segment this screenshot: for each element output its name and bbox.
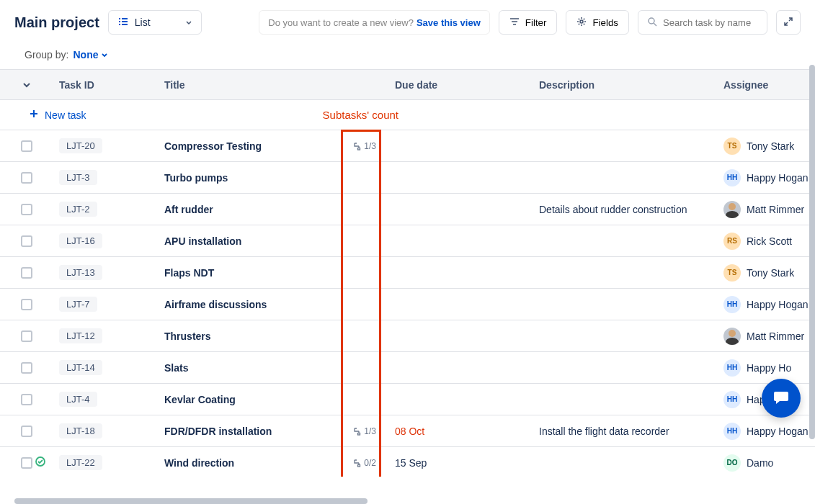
chevron-down-icon <box>101 51 108 58</box>
assignee: Matt Rimmer <box>723 201 815 218</box>
assignee: Matt Rimmer <box>723 328 815 345</box>
task-title[interactable]: Aft rudder <box>164 204 213 215</box>
task-id-badge[interactable]: LJT-22 <box>59 455 102 470</box>
svg-line-11 <box>654 23 656 26</box>
new-task-label: New task <box>45 109 86 121</box>
col-header-id[interactable]: Task ID <box>53 79 154 91</box>
assignee: HHHappy Hogan <box>723 423 815 440</box>
assignee-name: Tony Stark <box>747 267 794 279</box>
due-date: 08 Oct <box>395 426 424 437</box>
assignee: DODamo <box>723 454 815 472</box>
due-date: 15 Sep <box>395 457 427 469</box>
row-checkbox[interactable] <box>21 426 32 437</box>
assignee: HHHappy Ho <box>723 359 815 377</box>
filter-button[interactable]: Filter <box>499 10 558 35</box>
description-text: Details about rudder construction <box>539 204 687 215</box>
table-row[interactable]: LJT-16APU installationRSRick Scott <box>0 225 815 257</box>
table-row[interactable]: LJT-7Airframe discussionsHHHappy Hogan <box>0 289 815 320</box>
avatar: HH <box>723 391 741 408</box>
row-checkbox[interactable] <box>21 267 32 279</box>
row-checkbox[interactable] <box>21 362 32 374</box>
table-row[interactable]: LJT-18FDR/DFDR installation1/308 OctInst… <box>0 415 815 447</box>
task-id-badge[interactable]: LJT-20 <box>59 138 102 153</box>
search-icon <box>647 17 657 29</box>
col-header-title[interactable]: Title <box>154 79 385 91</box>
task-title[interactable]: FDR/DFDR installation <box>164 426 272 437</box>
subtask-icon <box>352 142 361 150</box>
groupby-value[interactable]: None <box>73 49 108 60</box>
search-input[interactable] <box>663 17 758 28</box>
task-id-badge[interactable]: LJT-4 <box>59 392 97 407</box>
row-checkbox[interactable] <box>21 235 32 247</box>
task-id-badge[interactable]: LJT-16 <box>59 233 102 248</box>
svg-rect-0 <box>119 18 120 19</box>
task-id-badge[interactable]: LJT-7 <box>59 297 97 312</box>
gear-icon <box>576 17 587 29</box>
subtask-count: 1/3 <box>352 426 376 436</box>
table-row[interactable]: LJT-2Aft rudderDetails about rudder cons… <box>0 194 815 225</box>
task-id-badge[interactable]: LJT-12 <box>59 328 102 343</box>
row-checkbox[interactable] <box>21 172 32 184</box>
row-checkbox[interactable] <box>21 140 32 152</box>
assignee: TSTony Stark <box>723 138 815 155</box>
task-title[interactable]: Airframe discussions <box>164 299 267 310</box>
vertical-scrollbar[interactable] <box>809 65 815 439</box>
list-icon <box>117 16 129 30</box>
table-row[interactable]: LJT-22Wind direction0/215 SepDODamo <box>0 447 815 477</box>
header: Main project List Do you want to create … <box>0 0 815 45</box>
expand-all-toggle[interactable] <box>0 80 53 90</box>
expand-icon <box>783 17 793 29</box>
svg-rect-1 <box>119 21 120 22</box>
row-checkbox[interactable] <box>21 299 32 310</box>
new-task-row[interactable]: New task Subtasks' count <box>0 100 815 130</box>
svg-point-10 <box>649 18 654 24</box>
table-row[interactable]: LJT-4Kevlar CoatingHHHappy H <box>0 384 815 415</box>
col-header-due[interactable]: Due date <box>385 79 529 91</box>
task-title[interactable]: Turbo pumps <box>164 172 228 184</box>
assignee-name: Happy Ho <box>747 362 791 374</box>
avatar: HH <box>723 423 741 440</box>
fields-button[interactable]: Fields <box>566 10 629 35</box>
row-checkbox[interactable] <box>21 457 32 469</box>
table-row[interactable]: LJT-12ThrustersMatt Rimmer <box>0 320 815 352</box>
task-title[interactable]: Flaps NDT <box>164 267 214 279</box>
task-title[interactable]: Slats <box>164 362 188 374</box>
task-id-badge[interactable]: LJT-2 <box>59 202 97 217</box>
row-checkbox[interactable] <box>21 394 32 405</box>
avatar: HH <box>723 169 741 186</box>
avatar: TS <box>723 264 741 282</box>
search-box[interactable] <box>638 10 767 35</box>
row-checkbox[interactable] <box>21 330 32 342</box>
svg-rect-2 <box>119 24 120 25</box>
avatar: DO <box>723 454 741 472</box>
chat-fab[interactable] <box>762 379 801 418</box>
task-id-badge[interactable]: LJT-3 <box>59 170 97 185</box>
save-view-link[interactable]: Save this view <box>417 17 481 28</box>
task-id-badge[interactable]: LJT-14 <box>59 360 102 375</box>
view-selector[interactable]: List <box>108 10 202 35</box>
subtask-icon <box>352 427 361 436</box>
col-header-desc[interactable]: Description <box>529 79 706 91</box>
task-title[interactable]: Compressor Testing <box>164 140 262 152</box>
table-row[interactable]: LJT-20Compressor Testing1/3TSTony Stark <box>0 130 815 162</box>
table-row[interactable]: LJT-3Turbo pumpsHHHappy Hogan <box>0 162 815 194</box>
task-title[interactable]: Thrusters <box>164 330 211 342</box>
plus-icon <box>29 109 39 121</box>
table-row[interactable]: LJT-13Flaps NDTTSTony Stark <box>0 257 815 289</box>
table-header: Task ID Title Due date Description Assig… <box>0 70 815 100</box>
expand-button[interactable] <box>776 10 801 35</box>
task-id-badge[interactable]: LJT-13 <box>59 265 102 280</box>
task-title[interactable]: APU installation <box>164 235 241 247</box>
task-table: Task ID Title Due date Description Assig… <box>0 69 815 477</box>
task-id-badge[interactable]: LJT-18 <box>59 423 102 438</box>
assignee: TSTony Stark <box>723 264 815 282</box>
row-checkbox[interactable] <box>21 204 32 215</box>
description-text: Install the flight data recorder <box>539 426 669 437</box>
task-title[interactable]: Wind direction <box>164 457 234 469</box>
svg-rect-5 <box>122 24 128 25</box>
col-header-assignee[interactable]: Assignee <box>706 79 815 91</box>
task-title[interactable]: Kevlar Coating <box>164 394 236 405</box>
table-row[interactable]: LJT-14SlatsHHHappy Ho <box>0 352 815 384</box>
project-title: Main project <box>14 14 99 31</box>
save-prompt-text: Do you want to create a new view? <box>268 17 414 28</box>
